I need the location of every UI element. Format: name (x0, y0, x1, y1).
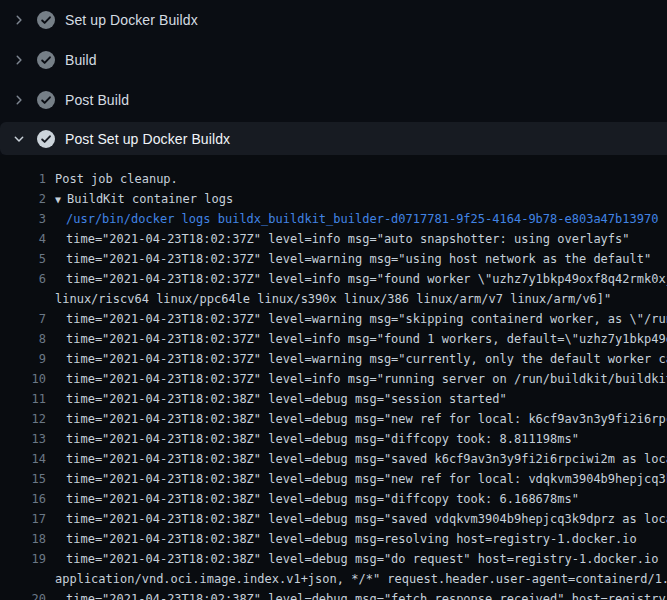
steps-list: Set up Docker Buildx Build Post Build (0, 0, 667, 120)
line-number[interactable]: 1 (0, 169, 46, 189)
log-line: 8time="2021-04-23T18:02:37Z" level=info … (0, 329, 667, 349)
line-number[interactable]: 14 (0, 449, 46, 469)
log-line: 20time="2021-04-23T18:02:38Z" level=debu… (0, 589, 667, 600)
log-text: time="2021-04-23T18:02:38Z" level=debug … (66, 449, 667, 469)
log-text: time="2021-04-23T18:02:38Z" level=debug … (66, 589, 667, 600)
log-text: Post job cleanup. (55, 169, 178, 189)
log-line: 19time="2021-04-23T18:02:38Z" level=debu… (0, 549, 667, 569)
log-group-toggle-icon[interactable]: ▼ (55, 190, 67, 210)
line-number[interactable]: 15 (0, 469, 46, 489)
log-text: time="2021-04-23T18:02:38Z" level=debug … (66, 489, 579, 509)
line-number[interactable]: 11 (0, 389, 46, 409)
line-number[interactable]: 13 (0, 429, 46, 449)
line-number[interactable]: 6 (0, 269, 46, 289)
log-line: 7time="2021-04-23T18:02:37Z" level=warni… (0, 309, 667, 329)
line-number[interactable]: 12 (0, 409, 46, 429)
log-text: time="2021-04-23T18:02:37Z" level=info m… (66, 369, 667, 389)
step-row-setup-docker-buildx[interactable]: Set up Docker Buildx (0, 0, 667, 40)
log-command-text: /usr/bin/docker logs buildx_buildkit_bui… (66, 209, 658, 229)
log-text: linux/riscv64 linux/ppc64le linux/s390x … (55, 289, 611, 309)
log-line: 14time="2021-04-23T18:02:38Z" level=debu… (0, 449, 667, 469)
log-line: 18time="2021-04-23T18:02:38Z" level=debu… (0, 529, 667, 549)
step-row-post-build[interactable]: Post Build (0, 80, 667, 120)
line-number[interactable]: 8 (0, 329, 46, 349)
log-line: 15time="2021-04-23T18:02:38Z" level=debu… (0, 469, 667, 489)
log-text: time="2021-04-23T18:02:37Z" level=info m… (66, 329, 667, 349)
log-text: time="2021-04-23T18:02:38Z" level=debug … (66, 409, 667, 429)
line-number (0, 289, 46, 309)
line-number[interactable]: 10 (0, 369, 46, 389)
log-line: 17time="2021-04-23T18:02:38Z" level=debu… (0, 509, 667, 529)
log-text: time="2021-04-23T18:02:37Z" level=info m… (66, 229, 630, 249)
line-number[interactable]: 4 (0, 229, 46, 249)
log-line: 6time="2021-04-23T18:02:37Z" level=info … (0, 269, 667, 289)
line-number[interactable]: 7 (0, 309, 46, 329)
line-number[interactable]: 3 (0, 209, 46, 229)
step-label: Post Set up Docker Buildx (65, 131, 230, 147)
log-line: 16time="2021-04-23T18:02:38Z" level=debu… (0, 489, 667, 509)
line-number[interactable]: 18 (0, 529, 46, 549)
line-number[interactable]: 20 (0, 589, 46, 600)
log-text: time="2021-04-23T18:02:37Z" level=warnin… (66, 249, 651, 269)
line-number[interactable]: 2 (0, 189, 46, 209)
log-text: time="2021-04-23T18:02:37Z" level=warnin… (66, 309, 667, 329)
line-number[interactable]: 19 (0, 549, 46, 569)
chevron-right-icon (11, 53, 26, 68)
log-line: linux/riscv64 linux/ppc64le linux/s390x … (0, 289, 667, 309)
check-circle-icon (37, 11, 55, 29)
log-group-label: BuildKit container logs (67, 192, 233, 206)
log-text: time="2021-04-23T18:02:37Z" level=warnin… (66, 349, 667, 369)
log-line: 9time="2021-04-23T18:02:37Z" level=warni… (0, 349, 667, 369)
line-number[interactable]: 17 (0, 509, 46, 529)
log-text: ▼BuildKit container logs (55, 189, 233, 209)
step-label: Post Build (65, 92, 129, 108)
log-line: 1Post job cleanup. (0, 169, 667, 189)
log-line: 10time="2021-04-23T18:02:37Z" level=info… (0, 369, 667, 389)
log-line: 4time="2021-04-23T18:02:37Z" level=info … (0, 229, 667, 249)
log-line: application/vnd.oci.image.index.v1+json,… (0, 569, 667, 589)
log-line: 3/usr/bin/docker logs buildx_buildkit_bu… (0, 209, 667, 229)
check-circle-icon (37, 51, 55, 69)
log-text: time="2021-04-23T18:02:38Z" level=debug … (66, 389, 507, 409)
check-circle-icon (37, 91, 55, 109)
step-label: Set up Docker Buildx (65, 12, 198, 28)
check-circle-icon (37, 130, 55, 148)
log-text: time="2021-04-23T18:02:38Z" level=debug … (66, 429, 579, 449)
step-row-build[interactable]: Build (0, 40, 667, 80)
log-line: 12time="2021-04-23T18:02:38Z" level=debu… (0, 409, 667, 429)
log-text: time="2021-04-23T18:02:37Z" level=info m… (66, 269, 667, 289)
line-number[interactable]: 16 (0, 489, 46, 509)
log-line: 11time="2021-04-23T18:02:38Z" level=debu… (0, 389, 667, 409)
chevron-right-icon (11, 93, 26, 108)
step-label: Build (65, 52, 97, 68)
workflow-log-viewer: Set up Docker Buildx Build Post Build (0, 0, 667, 600)
chevron-down-icon (11, 131, 26, 146)
log-text: application/vnd.oci.image.index.v1+json,… (55, 569, 667, 589)
log-text: time="2021-04-23T18:02:38Z" level=debug … (66, 549, 667, 569)
chevron-right-icon (11, 13, 26, 28)
log-lines: 1Post job cleanup.2▼BuildKit container l… (0, 155, 667, 600)
line-number[interactable]: 9 (0, 349, 46, 369)
log-line: 13time="2021-04-23T18:02:38Z" level=debu… (0, 429, 667, 449)
log-line: 2▼BuildKit container logs (0, 189, 667, 209)
line-number (0, 569, 46, 589)
log-text: time="2021-04-23T18:02:38Z" level=debug … (66, 529, 637, 549)
step-row-post-setup-docker-buildx[interactable]: Post Set up Docker Buildx (0, 122, 667, 155)
log-line: 5time="2021-04-23T18:02:37Z" level=warni… (0, 249, 667, 269)
line-number[interactable]: 5 (0, 249, 46, 269)
log-text: time="2021-04-23T18:02:38Z" level=debug … (66, 509, 667, 529)
log-text: time="2021-04-23T18:02:38Z" level=debug … (66, 469, 667, 489)
